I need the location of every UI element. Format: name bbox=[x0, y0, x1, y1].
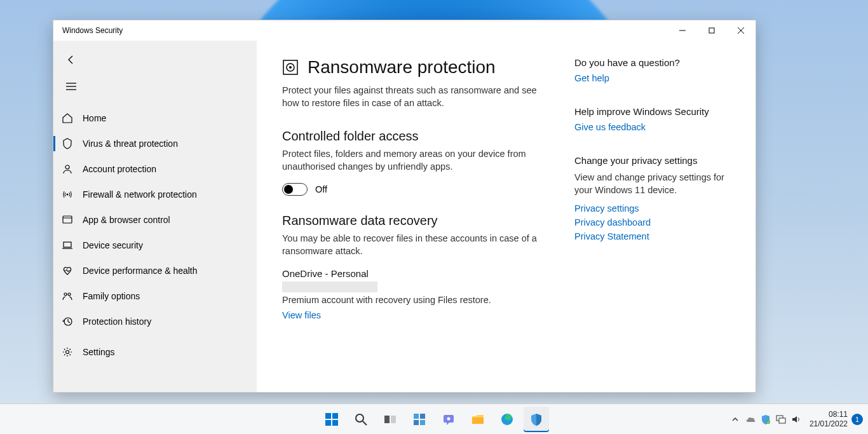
question-heading: Do you have a question? bbox=[574, 57, 730, 68]
volume-tray-icon[interactable] bbox=[790, 414, 802, 425]
sidebar-item-account[interactable]: Account protection bbox=[53, 156, 257, 182]
sidebar-item-label: Settings bbox=[83, 347, 115, 357]
svg-rect-31 bbox=[420, 420, 425, 425]
close-button[interactable] bbox=[726, 20, 756, 41]
privacy-settings-link[interactable]: Privacy settings bbox=[574, 203, 730, 214]
onedrive-account-desc: Premium account with recovery using File… bbox=[282, 295, 543, 305]
svg-rect-26 bbox=[384, 416, 390, 423]
window-title: Windows Security bbox=[62, 26, 668, 35]
network-tray-icon[interactable] bbox=[775, 414, 787, 425]
controlled-folder-toggle[interactable] bbox=[282, 183, 308, 196]
redacted-email bbox=[282, 281, 377, 292]
svg-rect-1 bbox=[709, 28, 714, 33]
controlled-folder-heading: Controlled folder access bbox=[282, 129, 543, 144]
shield-icon bbox=[61, 137, 74, 150]
sidebar-item-appbrowser[interactable]: App & browser control bbox=[53, 207, 257, 233]
family-icon bbox=[61, 290, 74, 302]
svg-rect-27 bbox=[391, 416, 396, 423]
svg-point-8 bbox=[67, 194, 69, 196]
svg-rect-34 bbox=[472, 417, 484, 424]
clock-time: 08:11 bbox=[810, 410, 848, 419]
notification-badge[interactable]: 1 bbox=[851, 414, 863, 425]
clock-date: 21/01/2022 bbox=[810, 419, 848, 428]
taskbar: 08:11 21/01/2022 1 bbox=[0, 403, 868, 434]
windows-security-taskbar-button[interactable] bbox=[524, 407, 549, 432]
sidebar-item-history[interactable]: Protection history bbox=[53, 309, 257, 334]
svg-point-33 bbox=[447, 417, 451, 420]
privacy-description: View and change privacy settings for you… bbox=[574, 171, 730, 197]
windows-security-window: Windows Security bbox=[53, 20, 756, 393]
taskbar-clock[interactable]: 08:11 21/01/2022 bbox=[810, 410, 848, 428]
get-help-link[interactable]: Get help bbox=[574, 73, 730, 83]
sidebar-item-home[interactable]: Home bbox=[53, 105, 257, 131]
titlebar[interactable]: Windows Security bbox=[53, 20, 756, 41]
sidebar-item-devicesec[interactable]: Device security bbox=[53, 233, 257, 258]
sidebar-item-label: Virus & threat protection bbox=[83, 139, 178, 149]
onedrive-account-name: OneDrive - Personal bbox=[282, 268, 543, 279]
sidebar-item-label: Firewall & network protection bbox=[83, 189, 197, 200]
svg-point-7 bbox=[65, 165, 69, 169]
sidebar-item-family[interactable]: Family options bbox=[53, 283, 257, 309]
maximize-button[interactable] bbox=[697, 20, 726, 41]
svg-point-16 bbox=[66, 351, 69, 354]
page-title: Ransomware protection bbox=[282, 57, 543, 78]
sidebar-item-label: Home bbox=[83, 113, 106, 123]
sidebar-item-perfhealth[interactable]: Device performance & health bbox=[53, 258, 257, 283]
app-icon bbox=[61, 214, 74, 226]
svg-line-25 bbox=[363, 421, 367, 425]
recovery-description: You may be able to recover files in thes… bbox=[282, 232, 543, 258]
home-icon bbox=[61, 112, 74, 125]
feedback-link[interactable]: Give us feedback bbox=[574, 122, 730, 132]
content-area: Ransomware protection Protect your files… bbox=[257, 41, 756, 392]
recovery-heading: Ransomware data recovery bbox=[282, 214, 543, 228]
network-icon bbox=[61, 188, 74, 201]
toggle-state-label: Off bbox=[315, 184, 327, 194]
sidebar-item-label: App & browser control bbox=[83, 215, 170, 225]
security-tray-icon[interactable] bbox=[760, 414, 771, 425]
tray-chevron-icon[interactable] bbox=[729, 414, 741, 425]
svg-point-24 bbox=[356, 414, 363, 422]
chat-button[interactable] bbox=[436, 407, 461, 432]
minimize-button[interactable] bbox=[668, 20, 697, 41]
svg-rect-9 bbox=[63, 216, 72, 223]
privacy-heading: Change your privacy settings bbox=[574, 155, 730, 166]
edge-button[interactable] bbox=[494, 407, 520, 432]
sidebar: Home Virus & threat protection Account p… bbox=[53, 41, 257, 392]
svg-rect-38 bbox=[779, 418, 785, 423]
person-icon bbox=[61, 163, 74, 175]
history-icon bbox=[61, 315, 74, 328]
svg-rect-21 bbox=[332, 413, 338, 419]
sidebar-item-label: Protection history bbox=[83, 316, 151, 327]
back-button[interactable] bbox=[58, 48, 84, 71]
hamburger-button[interactable] bbox=[58, 75, 84, 98]
gear-icon bbox=[61, 346, 74, 358]
svg-rect-23 bbox=[332, 420, 338, 426]
controlled-folder-description: Protect files, folders and memory areas … bbox=[282, 147, 543, 173]
taskview-button[interactable] bbox=[377, 407, 403, 432]
sidebar-item-label: Account protection bbox=[83, 164, 156, 174]
sidebar-item-firewall[interactable]: Firewall & network protection bbox=[53, 182, 257, 207]
svg-rect-28 bbox=[414, 414, 419, 419]
sidebar-item-settings[interactable]: Settings bbox=[53, 339, 257, 365]
onedrive-tray-icon[interactable] bbox=[745, 414, 756, 425]
privacy-dashboard-link[interactable]: Privacy dashboard bbox=[574, 217, 730, 227]
page-description: Protect your files against threats such … bbox=[282, 84, 543, 110]
svg-point-14 bbox=[68, 293, 71, 295]
page-title-text: Ransomware protection bbox=[308, 57, 496, 78]
view-files-link[interactable]: View files bbox=[282, 310, 543, 320]
sidebar-item-label: Device performance & health bbox=[83, 266, 198, 276]
svg-rect-20 bbox=[325, 413, 331, 419]
ransomware-icon bbox=[282, 59, 299, 76]
sidebar-item-virus[interactable]: Virus & threat protection bbox=[53, 131, 257, 156]
start-button[interactable] bbox=[319, 407, 344, 432]
svg-rect-11 bbox=[64, 242, 71, 247]
svg-point-13 bbox=[64, 293, 67, 295]
svg-rect-30 bbox=[414, 420, 419, 425]
search-button[interactable] bbox=[348, 407, 374, 432]
sidebar-item-label: Family options bbox=[83, 291, 140, 301]
sidebar-item-label: Device security bbox=[83, 240, 143, 250]
privacy-statement-link[interactable]: Privacy Statement bbox=[574, 231, 730, 241]
heart-icon bbox=[61, 264, 74, 277]
explorer-button[interactable] bbox=[465, 407, 491, 432]
widgets-button[interactable] bbox=[407, 407, 432, 432]
